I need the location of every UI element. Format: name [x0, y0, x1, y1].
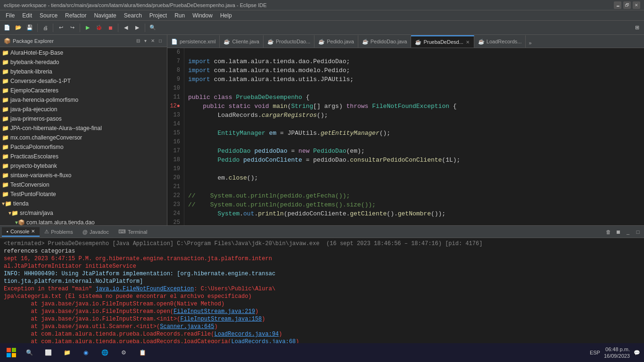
- menu-help[interactable]: Help: [216, 11, 236, 20]
- menu-file[interactable]: File: [2, 11, 18, 20]
- console-maximize-btn[interactable]: □: [634, 228, 642, 236]
- tree-item[interactable]: 📁java-herencia-polimorfismo: [0, 95, 167, 105]
- console-output[interactable]: <terminated> PruebaDeDesempenho [Java Ap…: [0, 238, 644, 348]
- system-clock: 06:48 p.m. 16/09/2023: [604, 346, 630, 359]
- open-button[interactable]: 📂: [13, 23, 24, 33]
- svg-rect-0: [7, 348, 11, 352]
- tree-icon: 📁: [2, 162, 9, 170]
- console-close-btn[interactable]: ✕: [31, 229, 35, 234]
- menu-project[interactable]: Project: [146, 11, 171, 20]
- perspective-button[interactable]: ⊞: [632, 23, 642, 33]
- console-tab-terminal[interactable]: ⌨ Terminal: [114, 227, 152, 236]
- tab-cliente-java[interactable]: ☕ Cliente.java: [220, 35, 263, 48]
- tree-item[interactable]: ▾📦com.latam.alura.tienda.dao: [0, 218, 167, 225]
- tab-persistence-xml[interactable]: 📄 persistence.xml: [167, 35, 220, 48]
- console-tab-javadoc[interactable]: @ Javadoc: [78, 228, 114, 236]
- tree-item[interactable]: 📁bytebank-heredado: [0, 58, 167, 67]
- pe-collapse-btn[interactable]: ⊟: [135, 38, 141, 44]
- chrome-btn[interactable]: 🌐: [96, 344, 113, 361]
- start-button[interactable]: [4, 345, 19, 360]
- undo-button[interactable]: ↩: [56, 23, 66, 33]
- back-button[interactable]: ◀: [121, 23, 131, 33]
- menu-search[interactable]: Search: [120, 11, 146, 20]
- code-line-8: import com.latam.alura.tienda.modelo.Ped…: [188, 66, 644, 75]
- close-button[interactable]: ✕: [633, 1, 640, 9]
- tab-label: persistence.xml: [180, 39, 215, 44]
- forward-button[interactable]: ▶: [132, 23, 142, 33]
- tree-item[interactable]: 📁mx.com.challengeConversor: [0, 133, 167, 142]
- tree-item[interactable]: 📁sintaxe-variaveis-e-fluxo: [0, 171, 167, 180]
- taskview-btn[interactable]: ⬜: [40, 344, 57, 361]
- tree-item[interactable]: 📁proyecto-bytebank: [0, 161, 167, 171]
- pe-close-btn[interactable]: ✕: [149, 38, 156, 44]
- tab-close-btn[interactable]: ✕: [465, 40, 470, 45]
- pe-minimize-btn[interactable]: □: [157, 38, 163, 44]
- run-button[interactable]: ▶: [83, 23, 93, 33]
- tab-overflow-btn[interactable]: »: [526, 38, 534, 48]
- console-line-3: al.JtaPlatformInitiator initiateService: [4, 263, 640, 270]
- console-label: Console: [10, 229, 29, 234]
- tab-pruebadesempenho-java[interactable]: ☕ PruebaDeDesd... ✕: [411, 35, 474, 48]
- svg-rect-1: [12, 348, 16, 352]
- maximize-button[interactable]: 🗗: [623, 1, 631, 9]
- clear-console-btn[interactable]: 🗑: [604, 228, 612, 236]
- tree-icon: 📁: [2, 152, 9, 161]
- toolbar-separator-5: [145, 24, 145, 32]
- console-tab-problems[interactable]: ⚠ Problems: [40, 227, 77, 236]
- editor-tab-bar: 📄 persistence.xml ☕ Cliente.java ☕ Produ…: [167, 35, 644, 48]
- code-line-13: LoadRecords.cargarRegistros();: [188, 111, 644, 120]
- menu-run[interactable]: Run: [171, 11, 189, 20]
- tree-icon: 📁: [2, 181, 9, 189]
- code-editor[interactable]: 6 7 8 9 10 11 12● 13 14 15 16 17 18 19: [167, 48, 644, 225]
- menu-edit[interactable]: Edit: [18, 11, 36, 20]
- tree-item[interactable]: ▾📁tienda: [0, 199, 167, 208]
- tree-icon: 📁: [2, 115, 9, 123]
- save-button[interactable]: 💾: [25, 23, 35, 33]
- tree-item[interactable]: 📁java-primeros-pasos: [0, 114, 167, 123]
- tab-icon: ☕: [267, 39, 274, 45]
- search-toolbar-button[interactable]: 🔍: [148, 23, 158, 33]
- tree-item[interactable]: 📁PracticasEscolares: [0, 152, 167, 161]
- app-btn-2[interactable]: 📋: [134, 344, 151, 361]
- tree-item[interactable]: ▾📁src/main/java: [0, 208, 167, 218]
- tree-item[interactable]: 📁Conversor-desafio-1-PT: [0, 76, 167, 86]
- stop-button[interactable]: ⏹: [105, 23, 116, 33]
- tree-item[interactable]: 📁java-pila-ejecucion: [0, 105, 167, 114]
- pe-menu-btn[interactable]: ▾: [143, 38, 148, 44]
- eclipse-btn[interactable]: ◉: [77, 344, 94, 361]
- tree-item[interactable]: 📁EjemploCaracteres: [0, 86, 167, 95]
- tree-label: Conversor-desafio-1-PT: [10, 77, 71, 85]
- app-btn-1[interactable]: ⚙: [115, 344, 132, 361]
- clock-time: 06:48 p.m.: [604, 346, 630, 353]
- tree-label: PacticaPolomorfismo: [10, 143, 64, 151]
- terminal-icon: ⌨: [118, 229, 126, 235]
- minimize-button[interactable]: 🗕: [614, 1, 621, 9]
- console-minimize-btn[interactable]: _: [624, 228, 632, 236]
- redo-button[interactable]: ↪: [67, 23, 77, 33]
- search-taskbar-btn[interactable]: 🔍: [21, 344, 38, 361]
- tree-item[interactable]: 📁bytebank-libreria: [0, 67, 167, 76]
- tree-item[interactable]: 📁AluraHotel-Esp-Base: [0, 48, 167, 58]
- terminate-btn[interactable]: ⏹: [614, 228, 622, 236]
- language-indicator: ESP: [590, 350, 600, 355]
- tree-item[interactable]: 📁JPA-con-hibernate-Alura--stage-final: [0, 123, 167, 133]
- tree-item[interactable]: 📁PacticaPolomorfismo: [0, 142, 167, 152]
- menu-navigate[interactable]: Navigate: [90, 11, 120, 20]
- debug-button[interactable]: 🐞: [94, 23, 104, 33]
- print-button[interactable]: 🖨: [40, 23, 50, 33]
- menu-source[interactable]: Source: [36, 11, 61, 20]
- tab-label: ProductoDao...: [276, 39, 310, 44]
- tab-loadrecords-java[interactable]: ☕ LoadRecords...: [474, 35, 526, 48]
- menu-window[interactable]: Window: [189, 11, 216, 20]
- tab-pedidodao-java[interactable]: ☕ PedidoDao.java: [358, 35, 412, 48]
- console-tab-console[interactable]: ▪ Console ✕: [2, 227, 40, 237]
- tree-label: bytebank-heredado: [10, 58, 59, 66]
- menu-refactor[interactable]: Refactor: [61, 11, 90, 20]
- tree-item[interactable]: 📁TestPuntoFlotante: [0, 189, 167, 199]
- new-button[interactable]: 📄: [2, 23, 12, 33]
- tab-productodao-java[interactable]: ☕ ProductoDao...: [264, 35, 314, 48]
- notification-btn[interactable]: 💬: [634, 350, 640, 356]
- explorer-btn[interactable]: 📁: [58, 344, 75, 361]
- tree-item[interactable]: 📁TestConversion: [0, 180, 167, 189]
- tab-pedido-java[interactable]: ☕ Pedido.java: [314, 35, 358, 48]
